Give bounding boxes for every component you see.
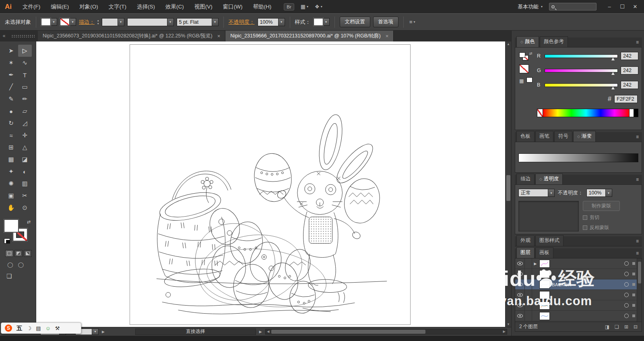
blend-mode-dropdown[interactable]: 正常 ▾ (518, 189, 555, 197)
menu-file[interactable]: 文件(F) (17, 0, 45, 13)
make-mask-icon[interactable]: ◨ (605, 324, 609, 330)
fill-stroke-proxy[interactable]: ⇄ (4, 219, 31, 244)
ime-keyboard-icon[interactable]: ▤ (36, 325, 41, 331)
layer-lock-cell[interactable] (525, 300, 532, 310)
next-artboard-icon[interactable]: ▶ (102, 330, 105, 334)
artboard[interactable] (130, 44, 411, 325)
scroll-right-icon[interactable]: ▶ (502, 329, 507, 334)
black-chip[interactable] (634, 109, 638, 117)
layer-visibility-toggle[interactable] (515, 300, 525, 310)
width-tool[interactable]: ≈ (4, 129, 18, 141)
menu-window[interactable]: 窗口(W) (218, 0, 248, 13)
layer-target-icon[interactable] (624, 272, 629, 276)
stroke-color-dropdown[interactable]: ▾ (60, 18, 76, 26)
toolbar-grip[interactable] (11, 35, 35, 38)
close-tab-icon[interactable]: × (386, 33, 389, 39)
layer-row[interactable]: ▶ (515, 258, 642, 269)
layer-target-icon[interactable] (624, 314, 629, 318)
width-profile-dropdown[interactable]: ▾ (127, 18, 174, 26)
gradient-tool[interactable]: ◪ (18, 153, 32, 165)
red-channel-value[interactable]: 242 (621, 52, 638, 60)
brush-definition-field[interactable]: 5 pt. Flat (177, 18, 212, 26)
lasso-tool[interactable]: ∿ (18, 57, 32, 69)
canvas-pasteboard[interactable] (36, 41, 505, 327)
delete-layer-icon[interactable]: ⊟ (634, 324, 638, 330)
tab-brushes[interactable]: 画笔 (535, 131, 553, 142)
document-tab-1[interactable]: Nipic_23566073_20190306110159282082[转换].… (38, 31, 225, 41)
layer-lock-cell[interactable] (525, 311, 532, 321)
slider-knob[interactable] (611, 58, 615, 60)
tab-symbols[interactable]: 符号 (554, 131, 572, 142)
mesh-tool[interactable]: ▦ (4, 153, 18, 165)
ime-settings-wrench-icon[interactable]: ⚒ (55, 325, 60, 331)
default-fill-stroke-icon[interactable] (4, 238, 10, 244)
ime-emoji-icon[interactable]: ☺ (45, 325, 50, 331)
layer-lock-cell[interactable] (525, 290, 532, 300)
eraser-tool[interactable]: ▱ (18, 105, 32, 117)
gradient-preview-bar[interactable] (518, 153, 638, 162)
menu-type[interactable]: 文字(T) (103, 0, 132, 13)
draw-behind-button[interactable] (14, 250, 23, 257)
brush-definition-dropdown[interactable]: 5 pt. Flat ▾ (177, 18, 219, 26)
blob-brush-tool[interactable]: ● (4, 105, 18, 117)
sogou-logo-icon[interactable]: S (5, 324, 12, 332)
pencil-tool[interactable]: ✏ (18, 93, 32, 105)
tab-artboards[interactable]: 画板 (535, 247, 553, 258)
layer-target-icon[interactable] (624, 303, 629, 308)
document-tab-2[interactable]: Nipic_23159666_20170322131520897000.ai* … (225, 31, 394, 41)
layer-row[interactable] (515, 311, 642, 321)
rotate-tool[interactable]: ↻ (4, 117, 18, 129)
close-tab-icon[interactable]: × (217, 33, 221, 39)
direct-selection-tool[interactable]: ▷ (18, 45, 32, 57)
document-setup-button[interactable]: 文档设置 (340, 17, 370, 27)
opacity-field[interactable]: 100% (258, 18, 279, 26)
close-button[interactable]: ✕ (629, 0, 642, 13)
layer-expand-chevron[interactable]: ▶ (532, 262, 539, 266)
selection-tool[interactable]: ➤ (4, 45, 18, 57)
horizontal-scroll-thumb[interactable] (271, 330, 426, 334)
layer-target-icon[interactable] (624, 261, 629, 266)
change-screen-mode-button[interactable]: ❏ (6, 273, 36, 280)
tab-color-guide[interactable]: 颜色参考 (540, 36, 568, 47)
tab-stroke[interactable]: 描边 (516, 174, 535, 184)
tab-color[interactable]: ◇ 颜色 (516, 36, 539, 47)
paintbrush-tool[interactable]: ✎ (4, 93, 18, 105)
blend-tool[interactable]: ◐ (18, 165, 32, 178)
web-color-cube-icon[interactable]: ▦ (519, 78, 524, 84)
menu-edit[interactable]: 编辑(E) (45, 0, 74, 13)
fill-color-dropdown[interactable]: ▾ (41, 18, 57, 26)
type-tool[interactable]: T (18, 69, 32, 81)
stroke-panel-link[interactable]: 描边： (79, 19, 95, 26)
magic-wand-tool[interactable]: ✶ (4, 57, 18, 69)
search-input[interactable] (549, 3, 597, 10)
layer-lock-cell[interactable] (525, 279, 532, 289)
menu-effect[interactable]: 效果(C) (160, 0, 189, 13)
layer-visibility-toggle[interactable] (515, 279, 525, 289)
scroll-left-icon[interactable]: ◀ (266, 329, 271, 334)
layer-row[interactable] (515, 269, 642, 279)
style-dropdown[interactable]: ▾ (314, 18, 330, 26)
stroke-weight-dropdown[interactable]: ▾ (102, 18, 124, 26)
layer-visibility-toggle[interactable] (515, 290, 525, 300)
draw-normal-button[interactable] (5, 250, 13, 257)
minimize-button[interactable]: – (603, 0, 616, 13)
collapse-panel-icon[interactable]: « (0, 31, 8, 41)
ime-mode-label[interactable]: 五 (17, 324, 23, 332)
tab-graphic-styles[interactable]: 图形样式 (535, 235, 564, 246)
green-channel-value[interactable]: 242 (621, 66, 638, 74)
panel-opacity-field[interactable]: 100% (586, 189, 606, 197)
swap-fill-stroke-icon[interactable]: ⇄ (529, 52, 533, 56)
panel-menu-icon[interactable]: ≡ (636, 39, 640, 47)
column-graph-tool[interactable]: ▥ (18, 178, 32, 190)
panel-menu-icon[interactable]: ≡ (636, 177, 640, 184)
tab-gradient[interactable]: ◇ 渐变 (573, 131, 596, 142)
slider-knob[interactable] (611, 72, 615, 75)
color-mode-icon[interactable]: ◯ (7, 262, 13, 268)
cs-live-button[interactable]: ❖ ▾ (315, 4, 322, 10)
menu-select[interactable]: 选择(S) (132, 0, 160, 13)
white-color-swatch[interactable] (526, 77, 533, 83)
invert-mask-checkbox[interactable] (583, 225, 587, 230)
menu-help[interactable]: 帮助(H) (248, 0, 277, 13)
tab-appearance[interactable]: 外观 (516, 235, 535, 246)
none-color-swatch[interactable] (519, 64, 529, 73)
